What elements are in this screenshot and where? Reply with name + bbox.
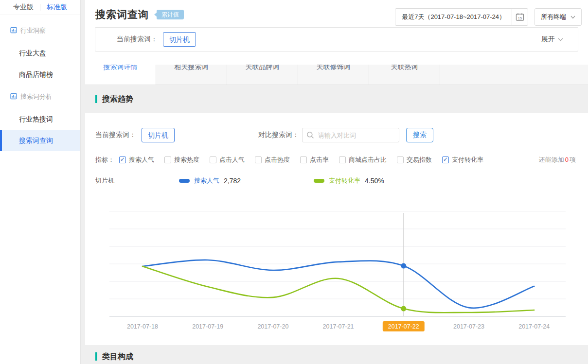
metric-checkbox-点击率[interactable]: 点击率 (300, 156, 329, 164)
sidebar-item-行业热搜词[interactable]: 行业热搜词 (0, 108, 80, 130)
tab-关联修饰词[interactable]: 关联修饰词 (298, 65, 369, 85)
calendar-icon[interactable]: 15 (512, 9, 528, 25)
trend-current-term-label: 当前搜索词： (95, 131, 136, 139)
terminal-select[interactable]: 所有终端 (535, 8, 582, 26)
checkbox-icon[interactable] (442, 156, 449, 163)
metric-checkbox-点击热度[interactable]: 点击热度 (255, 156, 290, 164)
compare-term-label: 对比搜索词： (258, 131, 299, 139)
trend-current-term-button[interactable]: 切片机 (142, 128, 175, 142)
remaining-addable: 还能添加0项 (539, 156, 576, 164)
trend-section-title: 搜索趋势 (95, 95, 133, 103)
metrics-row: 指标： 搜索人气搜索热度点击人气点击热度点击率商城点击占比交易指数支付转化率 还… (85, 156, 588, 164)
expand-label: 展开 (541, 35, 555, 44)
tab-相关搜索词[interactable]: 相关搜索词 (156, 65, 227, 85)
chevron-down-icon (558, 38, 563, 41)
compare-term-input[interactable] (302, 128, 399, 142)
chart-selected-dot-支付转化率 (401, 306, 406, 312)
metric-checkbox-点击人气[interactable]: 点击人气 (210, 156, 245, 164)
checkbox-icon[interactable] (119, 156, 126, 163)
chart-selected-dot-搜索人气 (401, 263, 406, 269)
chart-line-支付转化率 (143, 266, 534, 312)
svg-text:15: 15 (518, 16, 522, 20)
metric-checkbox-商城点击占比[interactable]: 商城点击占比 (339, 156, 387, 164)
date-range-picker[interactable]: 最近7天（2017-07-18~2017-07-24） 15 (395, 8, 528, 26)
current-term-label: 当前搜索词： (117, 35, 158, 44)
metric-checkbox-交易指数[interactable]: 交易指数 (397, 156, 432, 164)
tab-strip-filler (440, 65, 588, 85)
category-section-title: 类目构成 (95, 352, 133, 361)
legend-color-pill (179, 179, 190, 183)
metric-checkbox-搜索热度[interactable]: 搜索热度 (164, 156, 199, 164)
trend-chart-area: 2017-07-182017-07-192017-07-202017-07-21… (109, 211, 588, 334)
tab-搜索词详情[interactable]: 搜索词详情 (85, 65, 156, 85)
detail-tabs: 搜索词详情相关搜索词关联品牌词关联修饰词关联热词 (85, 65, 588, 85)
current-term-button[interactable]: 切片机 (163, 32, 196, 47)
edition-switcher: 专业版 标准版 (0, 0, 80, 15)
checkbox-icon[interactable] (164, 156, 171, 163)
legend-term: 切片机 (95, 176, 179, 185)
remaining-count: 0 (564, 156, 570, 163)
chart-x-label-2017-07-22[interactable]: 2017-07-22 (388, 323, 419, 330)
edition-tab-standard[interactable]: 标准版 (40, 3, 73, 12)
sidebar-group-1: 搜索词分析 (0, 85, 80, 108)
trend-chart: 2017-07-182017-07-192017-07-202017-07-21… (109, 211, 588, 334)
checkbox-icon[interactable] (255, 156, 262, 163)
checkbox-icon[interactable] (210, 156, 216, 163)
sidebar-item-搜索词查询[interactable]: 搜索词查询 (0, 130, 80, 151)
sidebar-menu: 行业洞察行业大盘商品店铺榜搜索词分析行业热搜词搜索词查询 (0, 15, 80, 151)
current-search-term-bar: 当前搜索词： 切片机 展开 (95, 27, 578, 52)
chevron-down-icon (570, 16, 575, 19)
legend-entry-支付转化率: 支付转化率4.50% (314, 176, 384, 185)
chart-x-label-2017-07-24[interactable]: 2017-07-24 (518, 323, 550, 330)
sidebar-group-0: 行业洞察 (0, 19, 80, 42)
search-button[interactable]: 搜索 (406, 128, 433, 142)
chart-x-label-2017-07-19[interactable]: 2017-07-19 (192, 323, 223, 330)
chart-x-label-2017-07-21[interactable]: 2017-07-21 (323, 323, 354, 330)
legend-series-name: 支付转化率 (329, 176, 360, 185)
legend-series-name: 搜索人气 (194, 176, 219, 185)
edition-tab-pro[interactable]: 专业版 (7, 3, 40, 12)
trend-panel: 当前搜索词： 切片机 对比搜索词： 搜索 指标： 搜索人气搜索热度点击人气点击热… (85, 113, 588, 345)
tab-关联品牌词[interactable]: 关联品牌词 (227, 65, 298, 85)
checkbox-icon[interactable] (300, 156, 307, 163)
metric-checkbox-搜索人气[interactable]: 搜索人气 (119, 156, 154, 164)
checkbox-icon[interactable] (339, 156, 346, 163)
checkbox-icon[interactable] (397, 156, 404, 163)
page-header: 搜索词查询 累计值 最近7天（2017-07-18~2017-07-24） 15… (85, 0, 588, 65)
sidebar-item-商品店铺榜[interactable]: 商品店铺榜 (0, 64, 80, 85)
chart-x-label-2017-07-20[interactable]: 2017-07-20 (257, 323, 288, 330)
chart-x-label-2017-07-18[interactable]: 2017-07-18 (127, 323, 158, 330)
terminal-select-value: 所有终端 (541, 13, 566, 21)
chart-line-搜索人气 (143, 260, 534, 308)
sidebar: 专业版 标准版 行业洞察行业大盘商品店铺榜搜索词分析行业热搜词搜索词查询 (0, 0, 81, 364)
tab-关联热词[interactable]: 关联热词 (369, 65, 440, 85)
metric-checkbox-支付转化率[interactable]: 支付转化率 (442, 156, 483, 164)
chart-x-label-2017-07-23[interactable]: 2017-07-23 (453, 323, 484, 330)
sidebar-item-行业大盘[interactable]: 行业大盘 (0, 42, 80, 64)
search-icon (306, 131, 314, 139)
chart-legend: 切片机 搜索人气2,782支付转化率4.50% (85, 177, 588, 185)
report-icon (10, 93, 17, 101)
expand-toggle[interactable]: 展开 (541, 35, 563, 44)
legend-entry-搜索人气: 搜索人气2,782 (179, 176, 241, 185)
date-range-text[interactable]: 最近7天（2017-07-18~2017-07-24） (395, 9, 512, 25)
main-content: 搜索词查询 累计值 最近7天（2017-07-18~2017-07-24） 15… (85, 0, 588, 364)
report-icon (10, 27, 17, 35)
cumulative-value-badge: 累计值 (157, 10, 184, 19)
metrics-label: 指标： (95, 156, 114, 164)
page-title: 搜索词查询 (95, 8, 149, 21)
category-section-band: 类目构成 (85, 345, 588, 364)
legend-color-pill (314, 179, 324, 183)
trend-section-band: 搜索趋势 (85, 85, 588, 113)
legend-series-value: 4.50% (365, 177, 384, 185)
legend-series-value: 2,782 (224, 177, 241, 185)
